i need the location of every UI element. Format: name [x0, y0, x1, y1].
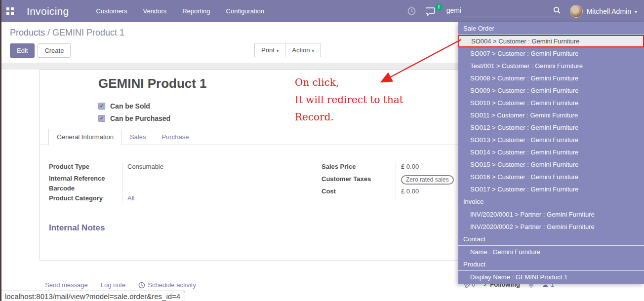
dropdown-item-so017[interactable]: SO017 > Customer : Gemini Furniture — [458, 183, 644, 195]
menu-item-configuration[interactable]: Configuration — [226, 7, 264, 15]
create-button[interactable]: Create — [38, 43, 71, 58]
dropdown-item-so009[interactable]: SO009 > Customer : Gemini Furniture — [458, 84, 644, 97]
schedule-activity-link[interactable]: Schedule activity — [138, 281, 196, 289]
field-row-internal-reference: Internal Reference — [49, 174, 318, 184]
user-menu[interactable]: Mitchell Admin — [587, 7, 631, 15]
print-action-group: Print▾ Action▾ — [254, 43, 321, 57]
dropdown-item-inv-2020-0002[interactable]: INV/2020/0002 > Partner : Gemini Furnitu… — [458, 221, 644, 233]
checkbox-can-be-purchased[interactable]: ✓ — [98, 115, 105, 122]
apps-menu-icon[interactable] — [6, 7, 14, 15]
checkbox-can-be-sold[interactable]: ✓ — [98, 103, 105, 110]
dropdown-item-so010[interactable]: SO010 > Customer : Gemini Furniture — [458, 97, 644, 109]
tab-sales[interactable]: Sales — [122, 129, 154, 145]
messages-icon[interactable]: 1 — [426, 7, 437, 16]
action-button[interactable]: Action▾ — [285, 43, 321, 57]
field-value-product-category[interactable]: All — [122, 194, 318, 204]
menu-item-reporting[interactable]: Reporting — [182, 7, 210, 15]
field-row-product-type: Product TypeConsumable — [49, 162, 318, 174]
field-row-product-category: Product CategoryAll — [49, 194, 318, 204]
fields-group-right: Sales Price£ 0.00Customer TaxesZero rate… — [322, 162, 470, 199]
main-menu: CustomersVendorsReportingConfiguration — [96, 7, 264, 15]
apps-grid-square — [11, 7, 14, 10]
field-row-sales-price: Sales Price£ 0.00 — [322, 162, 470, 175]
dropdown-item-display[interactable]: Display Name : GEMINI Product 1 — [458, 271, 644, 283]
search-input[interactable] — [446, 6, 553, 14]
apps-grid-square — [6, 12, 9, 15]
field-row-barcode: Barcode — [49, 184, 318, 194]
top-navbar: Invoicing CustomersVendorsReportingConfi… — [0, 0, 644, 22]
window-left-edge — [0, 0, 1, 301]
product-flags: ✓Can be Sold✓Can be Purchased — [98, 100, 170, 124]
dropdown-section-contact: Contact — [458, 233, 644, 246]
dropdown-section-invoice: Invoice — [458, 195, 644, 208]
apps-grid-square — [6, 7, 9, 10]
dropdown-item-so012[interactable]: SO012 > Customer : Gemini Furniture — [458, 121, 644, 134]
tab-general-information[interactable]: General Information — [48, 129, 122, 145]
breadcrumb-separator: / — [45, 28, 52, 38]
status-url-tooltip: localhost:8013/mail/view?model=sale.orde… — [0, 291, 185, 301]
field-label: Customer Taxes — [322, 175, 396, 183]
dropdown-section-product: Product — [458, 258, 644, 271]
checkbox-label: Can be Purchased — [110, 114, 170, 122]
tab-purchase[interactable]: Purchase — [154, 129, 197, 145]
menu-item-customers[interactable]: Customers — [96, 7, 127, 15]
internal-notes-title: Internal Notes — [49, 223, 105, 233]
dropdown-item-name[interactable]: Name : Gemini Furniture — [458, 246, 644, 258]
field-row-customer-taxes: Customer TaxesZero rated sales — [322, 175, 470, 187]
breadcrumb-products-link[interactable]: Products — [10, 28, 45, 38]
field-label: Internal Reference — [49, 174, 122, 182]
fields-group-left: Product TypeConsumableInternal Reference… — [49, 162, 318, 204]
action-label: Action — [292, 46, 310, 54]
field-row-cost: Cost£ 0.00 — [322, 187, 470, 199]
dropdown-item-so007[interactable]: SO007 > Customer : Gemini Furniture — [458, 47, 644, 60]
checkbox-label: Can be Sold — [110, 102, 150, 110]
dropdown-item-so014[interactable]: SO014 > Customer : Gemini Furniture — [458, 146, 644, 158]
field-label: Barcode — [49, 184, 122, 192]
log-note-link[interactable]: Log note — [101, 281, 126, 289]
dropdown-item-so008[interactable]: SO008 > Customer : Gemini Furniture — [458, 72, 644, 84]
print-button[interactable]: Print▾ — [254, 43, 285, 57]
navbar-right: 1 Mitchell Admin ▾ — [407, 5, 644, 18]
dropdown-item-test-001[interactable]: Test/001 > Customer : Gemini Furniture — [458, 60, 644, 72]
schedule-clock-icon — [138, 282, 145, 289]
dropdown-item-so015[interactable]: SO015 > Customer : Gemini Furniture — [458, 158, 644, 171]
field-value-barcode — [122, 184, 318, 194]
menu-item-vendors[interactable]: Vendors — [143, 7, 166, 15]
user-avatar[interactable] — [570, 5, 583, 18]
dropdown-item-inv-2020-0001[interactable]: INV/2020/0001 > Partner : Gemini Furnitu… — [458, 208, 644, 221]
checkbox-row-can-be-purchased: ✓Can be Purchased — [98, 112, 170, 124]
print-label: Print — [261, 46, 275, 54]
product-title: GEMINI Product 1 — [98, 76, 207, 91]
messages-badge: 1 — [435, 3, 443, 11]
check-icon: ✓ — [100, 104, 104, 109]
dropdown-item-so004[interactable]: SO004 > Customer : Gemini Furniture — [458, 35, 644, 47]
edit-button[interactable]: Edit — [10, 43, 35, 58]
print-caret-icon: ▾ — [277, 48, 279, 53]
user-menu-caret-icon[interactable]: ▾ — [635, 9, 637, 14]
action-caret-icon: ▾ — [312, 48, 314, 53]
global-search — [446, 6, 561, 16]
search-results-dropdown: Sale OrderSO004 > Customer : Gemini Furn… — [458, 22, 644, 284]
breadcrumb-current: GEMINI Product 1 — [52, 28, 124, 38]
chatter-toolbar: Send message Log note Schedule activity — [45, 281, 196, 289]
form-buttons: Edit Create — [10, 43, 71, 58]
send-message-link[interactable]: Send message — [45, 281, 88, 289]
activities-clock-icon[interactable] — [407, 7, 416, 15]
dropdown-section-sale-order: Sale Order — [458, 22, 644, 35]
tax-pill[interactable]: Zero rated sales — [401, 175, 454, 185]
field-label: Product Type — [49, 162, 122, 170]
app-title[interactable]: Invoicing — [27, 5, 69, 17]
dropdown-item-so016[interactable]: SO016 > Customer : Gemini Furniture — [458, 171, 644, 183]
dropdown-item-so013[interactable]: SO013 > Customer : Gemini Furniture — [458, 134, 644, 146]
search-icon[interactable] — [553, 6, 561, 14]
dropdown-item-so011[interactable]: SO011 > Customer : Gemini Furniture — [458, 109, 644, 121]
field-label: Product Category — [49, 194, 122, 202]
field-value-product-type: Consumable — [122, 162, 318, 174]
field-value-internal-reference — [122, 174, 318, 184]
apps-grid-square — [11, 12, 14, 15]
check-icon: ✓ — [100, 116, 104, 121]
field-label: Cost — [322, 187, 396, 195]
schedule-activity-label: Schedule activity — [148, 281, 196, 289]
checkbox-row-can-be-sold: ✓Can be Sold — [98, 100, 170, 112]
field-label: Sales Price — [322, 162, 396, 170]
